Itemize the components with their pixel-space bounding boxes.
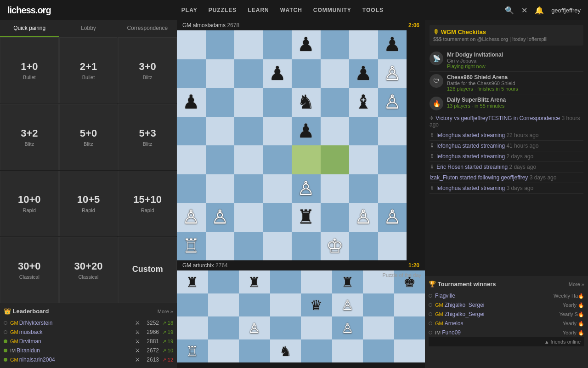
square-7-1[interactable] — [206, 232, 235, 261]
square-1-1[interactable] — [206, 59, 235, 88]
username[interactable]: geoffjeffrey — [551, 7, 581, 14]
square-1-7[interactable]: ♙ — [378, 59, 407, 88]
lb-player-1[interactable]: GMmuisback — [10, 329, 132, 335]
nav-watch[interactable]: WATCH — [280, 7, 302, 13]
square-3-3[interactable] — [263, 117, 292, 146]
puzzle-square-2-2[interactable]: ♙ — [239, 316, 270, 339]
square-4-0[interactable] — [177, 145, 206, 174]
square-4-6[interactable] — [349, 145, 378, 174]
puzzle-square-1-1[interactable] — [208, 293, 239, 316]
square-5-4[interactable]: ♙ — [292, 174, 321, 203]
puzzle-square-1-5[interactable]: ♙ — [332, 293, 363, 316]
puzzle-square-3-4[interactable] — [301, 339, 332, 362]
chess-board[interactable]: ♟♟♟♟♙♟♞♝♙♟♙♙♙♜♙♙♖♔ — [177, 30, 407, 260]
square-6-6[interactable]: ♙ — [349, 203, 378, 232]
stream-item-0[interactable]: 📡 Mr Dodgy Invitational Giri v Jobava Pl… — [430, 49, 583, 72]
square-1-5[interactable] — [321, 59, 350, 88]
square-1-0[interactable] — [177, 59, 206, 88]
square-0-1[interactable] — [206, 30, 235, 59]
nav-tools[interactable]: TOOLS — [362, 7, 384, 13]
tab-correspondence[interactable]: Correspondence — [118, 20, 177, 37]
lb-player-2[interactable]: GMDrvitman — [10, 338, 132, 345]
puzzle-square-2-4[interactable] — [301, 316, 332, 339]
square-1-3[interactable]: ♟ — [263, 59, 292, 88]
nav-play[interactable]: PLAY — [181, 7, 198, 13]
mode-10-0[interactable]: 10+0 Rapid — [0, 171, 59, 237]
mode-5-0[interactable]: 5+0 Blitz — [59, 104, 118, 170]
square-7-2[interactable] — [234, 232, 263, 261]
puzzle-square-3-7[interactable] — [394, 339, 425, 362]
mode-custom[interactable]: Custom — [118, 237, 177, 303]
close-icon[interactable]: ✕ — [521, 6, 527, 15]
puzzle-square-0-1[interactable] — [208, 270, 239, 293]
puzzle-square-2-1[interactable] — [208, 316, 239, 339]
square-7-7[interactable] — [378, 232, 407, 261]
tw-name[interactable]: IM Funo09 — [435, 329, 560, 336]
square-6-7[interactable]: ♙ — [378, 203, 407, 232]
square-6-2[interactable] — [234, 203, 263, 232]
square-4-5[interactable] — [321, 145, 350, 174]
puzzle-square-1-7[interactable] — [394, 293, 425, 316]
mode-5-3[interactable]: 5+3 Blitz — [118, 104, 177, 170]
square-3-0[interactable] — [177, 117, 206, 146]
nav-learn[interactable]: LEARN — [248, 7, 269, 13]
square-0-6[interactable] — [349, 30, 378, 59]
square-5-2[interactable] — [234, 174, 263, 203]
featured-stream[interactable]: 🎙 WGM Checkitas $$$ tournament on @Liche… — [430, 25, 583, 46]
mode-3-2[interactable]: 3+2 Blitz — [0, 104, 59, 170]
puzzle-square-3-6[interactable] — [363, 339, 394, 362]
square-4-3[interactable] — [263, 145, 292, 174]
puzzle-square-1-6[interactable] — [363, 293, 394, 316]
puzzle-square-3-3[interactable]: ♞ — [270, 339, 301, 362]
square-2-5[interactable] — [321, 88, 350, 117]
square-4-2[interactable] — [234, 145, 263, 174]
square-5-5[interactable] — [321, 174, 350, 203]
puzzle-square-0-4[interactable] — [301, 270, 332, 293]
square-5-6[interactable] — [349, 174, 378, 203]
square-2-3[interactable] — [263, 88, 292, 117]
puzzle-square-0-0[interactable]: ♜ — [177, 270, 208, 293]
mode-10-5[interactable]: 10+5 Rapid — [59, 171, 118, 237]
square-4-4[interactable] — [292, 145, 321, 174]
puzzle-square-1-3[interactable] — [270, 293, 301, 316]
square-1-2[interactable] — [234, 59, 263, 88]
square-3-7[interactable] — [378, 117, 407, 146]
square-4-7[interactable] — [378, 145, 407, 174]
puzzle-square-3-5[interactable] — [332, 339, 363, 362]
puzzle-square-0-3[interactable] — [270, 270, 301, 293]
lb-player-4[interactable]: GMnihalsarin2004 — [10, 356, 132, 363]
square-0-4[interactable]: ♟ — [292, 30, 321, 59]
mode-30-20[interactable]: 30+20 Classical — [59, 237, 118, 303]
square-3-5[interactable] — [321, 117, 350, 146]
tw-name[interactable]: GM Zhigalko_Sergei — [435, 302, 560, 308]
square-0-0[interactable] — [177, 30, 206, 59]
tw-name[interactable]: GM Arnelos — [435, 320, 560, 327]
puzzle-square-3-1[interactable] — [208, 339, 239, 362]
mode-1-0[interactable]: 1+0 Bullet — [0, 37, 59, 104]
bell-icon[interactable]: 🔔 — [535, 6, 544, 15]
puzzle-square-0-2[interactable]: ♜ — [239, 270, 270, 293]
square-7-4[interactable] — [292, 232, 321, 261]
friends-online[interactable]: ▲ friends online — [429, 337, 584, 346]
square-3-4[interactable]: ♟ — [292, 117, 321, 146]
leaderboard-more[interactable]: More » — [158, 309, 173, 314]
square-3-2[interactable] — [234, 117, 263, 146]
tournament-more[interactable]: More » — [569, 282, 584, 287]
square-6-5[interactable] — [321, 203, 350, 232]
square-5-1[interactable] — [206, 174, 235, 203]
puzzle-square-1-2[interactable] — [239, 293, 270, 316]
puzzle-square-3-2[interactable] — [239, 339, 270, 362]
puzzle-square-2-7[interactable] — [394, 316, 425, 339]
lb-player-0[interactable]: GMDrNykterstein — [10, 320, 132, 326]
square-6-0[interactable]: ♙ — [177, 203, 206, 232]
logo[interactable]: lichess.org — [7, 5, 51, 16]
square-2-6[interactable]: ♝ — [349, 88, 378, 117]
square-5-7[interactable] — [378, 174, 407, 203]
puzzle-square-1-0[interactable] — [177, 293, 208, 316]
square-0-2[interactable] — [234, 30, 263, 59]
square-2-1[interactable] — [206, 88, 235, 117]
square-0-5[interactable] — [321, 30, 350, 59]
search-icon[interactable]: 🔍 — [505, 6, 514, 15]
square-7-6[interactable] — [349, 232, 378, 261]
square-4-1[interactable] — [206, 145, 235, 174]
